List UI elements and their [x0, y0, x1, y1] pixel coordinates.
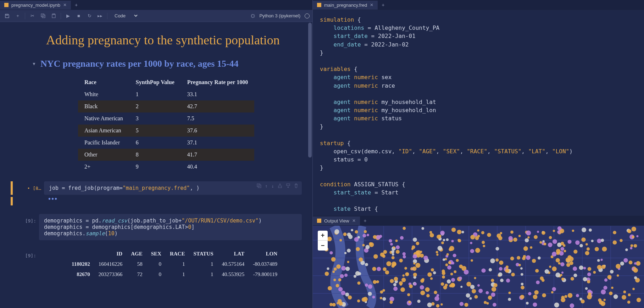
svg-point-421 [470, 285, 474, 289]
kernel-name[interactable]: Python 3 (ipykernel) [259, 13, 300, 18]
zoom-in-button[interactable]: + [318, 231, 328, 241]
cell-editor[interactable]: demographics = pd.read_csv(job.path_to_j… [39, 214, 302, 240]
svg-point-451 [585, 243, 588, 246]
map-viewport[interactable]: + − [313, 226, 644, 308]
svg-rect-8 [278, 186, 282, 188]
move-down-icon[interactable]: ↓ [271, 183, 274, 189]
svg-point-228 [570, 303, 574, 308]
svg-point-106 [534, 290, 539, 295]
svg-rect-2 [42, 15, 45, 18]
paste-icon[interactable] [49, 12, 58, 20]
notebook-body[interactable]: Adding pregnancy to the synthetic popula… [0, 22, 312, 308]
svg-point-195 [356, 247, 360, 251]
table-row: 2+940.4 [78, 161, 254, 173]
svg-rect-0 [4, 3, 9, 7]
svg-point-271 [520, 295, 524, 299]
svg-point-358 [442, 275, 445, 279]
duplicate-icon[interactable] [257, 183, 261, 189]
col-header: Pregnancy Rate per 1000 [181, 76, 254, 88]
svg-point-467 [533, 295, 538, 299]
svg-point-153 [549, 236, 552, 239]
svg-point-448 [336, 284, 339, 287]
svg-point-37 [558, 262, 561, 265]
svg-point-149 [597, 239, 601, 243]
svg-point-141 [622, 295, 626, 299]
add-tab-button[interactable]: + [71, 1, 81, 9]
svg-point-313 [389, 297, 394, 301]
cell-type-select[interactable]: Code [110, 11, 139, 20]
add-tab-button[interactable]: + [378, 1, 388, 9]
svg-point-221 [487, 233, 491, 237]
svg-point-352 [407, 293, 410, 296]
scrollbar[interactable] [308, 23, 312, 158]
svg-point-388 [478, 289, 483, 293]
svg-point-200 [383, 267, 387, 271]
svg-point-247 [539, 241, 542, 243]
code-cell[interactable]: • [8… ↑ ↓ job = fred_job(program="main_p… [11, 181, 302, 195]
table-row: Pacific Islander637.1 [78, 137, 254, 149]
insert-above-icon[interactable] [278, 183, 282, 189]
cut-icon[interactable]: ✂ [28, 12, 37, 20]
svg-point-418 [345, 293, 349, 297]
collapse-icon[interactable]: ▼ [32, 61, 36, 66]
svg-point-73 [459, 276, 462, 280]
svg-point-401 [474, 295, 478, 299]
svg-point-173 [597, 265, 602, 270]
svg-point-79 [521, 283, 524, 286]
add-tab-button[interactable]: + [360, 216, 370, 225]
dataframe-output: IDAGESEXRACESTATUSLATLON 118020216041622… [67, 249, 282, 280]
svg-point-328 [457, 239, 460, 241]
svg-point-398 [521, 273, 523, 276]
svg-point-422 [362, 297, 366, 302]
run-all-icon[interactable]: ▸▸ [96, 12, 104, 20]
svg-point-148 [341, 266, 346, 271]
tab-notebook[interactable]: pregnancy_model.ipynb ✕ [0, 1, 71, 10]
svg-point-348 [583, 267, 586, 269]
close-icon[interactable]: ✕ [370, 2, 373, 7]
svg-point-198 [620, 262, 624, 265]
move-up-icon[interactable]: ↑ [265, 183, 268, 189]
code-editor[interactable]: simulation { locations = Allegheny_Count… [313, 10, 644, 216]
svg-point-176 [373, 280, 377, 284]
svg-point-394 [434, 296, 439, 301]
svg-point-266 [401, 278, 406, 282]
cell-editor[interactable]: ↑ ↓ job = fred_job(program="main_pregnan… [44, 181, 302, 195]
collapsed-dots[interactable]: ••• [48, 195, 58, 205]
svg-point-138 [495, 247, 499, 251]
zoom-out-button[interactable]: − [318, 241, 328, 251]
svg-point-71 [511, 273, 515, 276]
copy-icon[interactable] [39, 12, 47, 20]
svg-point-303 [499, 260, 503, 265]
svg-point-68 [426, 294, 430, 298]
close-icon[interactable]: ✕ [352, 218, 356, 223]
svg-point-46 [527, 236, 529, 238]
add-cell-icon[interactable]: + [13, 12, 22, 20]
svg-point-340 [616, 264, 621, 269]
kernel-status-icon[interactable] [305, 13, 310, 18]
svg-point-456 [437, 235, 441, 239]
tab-fred-file[interactable]: main_pregnancy.fred ✕ [313, 1, 378, 10]
svg-point-269 [484, 301, 487, 304]
tab-output-view[interactable]: Output View ✕ [313, 216, 360, 225]
close-icon[interactable]: ✕ [63, 2, 67, 7]
svg-point-397 [355, 271, 360, 276]
svg-point-31 [490, 258, 495, 263]
svg-point-333 [517, 256, 520, 260]
svg-point-166 [338, 278, 342, 281]
code-cell[interactable]: [9]: demographics = pd.read_csv(job.path… [11, 214, 302, 240]
svg-point-326 [443, 258, 445, 261]
bug-icon[interactable] [249, 12, 257, 20]
restart-icon[interactable]: ↻ [85, 12, 94, 20]
delete-icon[interactable] [294, 183, 298, 189]
run-icon[interactable]: ▶ [64, 12, 72, 20]
svg-point-378 [333, 279, 336, 281]
svg-point-336 [623, 291, 626, 293]
svg-point-253 [436, 251, 438, 253]
svg-point-87 [399, 259, 403, 262]
svg-point-400 [367, 234, 369, 236]
insert-below-icon[interactable] [286, 183, 290, 189]
svg-point-354 [493, 303, 496, 307]
save-icon[interactable] [3, 12, 11, 20]
svg-point-223 [565, 295, 567, 298]
stop-icon[interactable]: ■ [74, 12, 83, 20]
